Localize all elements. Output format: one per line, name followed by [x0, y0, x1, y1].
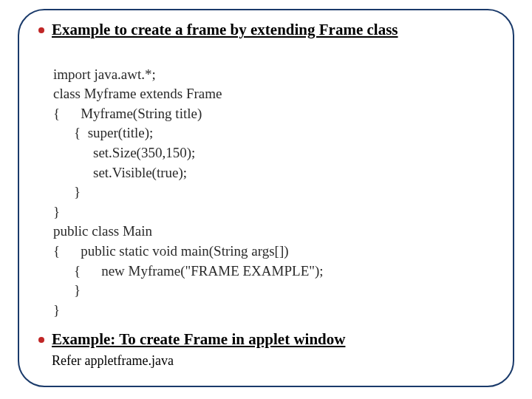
code-line: {	[53, 106, 60, 121]
code-line: {	[53, 243, 60, 259]
code-line: {	[74, 263, 81, 279]
code-line: set.Size(350,150);	[93, 145, 195, 160]
bullet-icon	[38, 27, 44, 33]
code-line: set.Visible(true);	[93, 165, 187, 180]
code-line: {	[74, 125, 81, 140]
code-line: }	[74, 184, 81, 200]
bullet-icon	[38, 337, 44, 343]
code-line: }	[53, 302, 60, 318]
heading-1: Example to create a frame by extending F…	[52, 21, 398, 39]
slide: Example to create a frame by extending F…	[0, 0, 532, 399]
code-line: new Myframe("FRAME EXAMPLE");	[101, 263, 323, 279]
code-line: public static void main(String args[])	[81, 243, 288, 259]
slide-frame: Example to create a frame by extending F…	[18, 9, 514, 387]
heading-2: Example: To create Frame in applet windo…	[52, 330, 345, 349]
code-line: public class Main	[53, 223, 152, 239]
code-line: }	[53, 204, 60, 219]
code-line: class Myframe extends Frame	[53, 86, 222, 101]
code-line: super(title);	[88, 125, 154, 140]
reference-text: Refer appletframe.java	[52, 353, 499, 369]
bullet-item-1: Example to create a frame by extending F…	[38, 21, 499, 39]
code-line: import java.awt.*;	[53, 66, 156, 82]
code-line: }	[74, 282, 81, 298]
code-listing: import java.awt.*; class Myframe extends…	[53, 45, 499, 320]
code-line: Myframe(String title)	[81, 106, 202, 121]
bullet-item-2: Example: To create Frame in applet windo…	[38, 330, 499, 349]
